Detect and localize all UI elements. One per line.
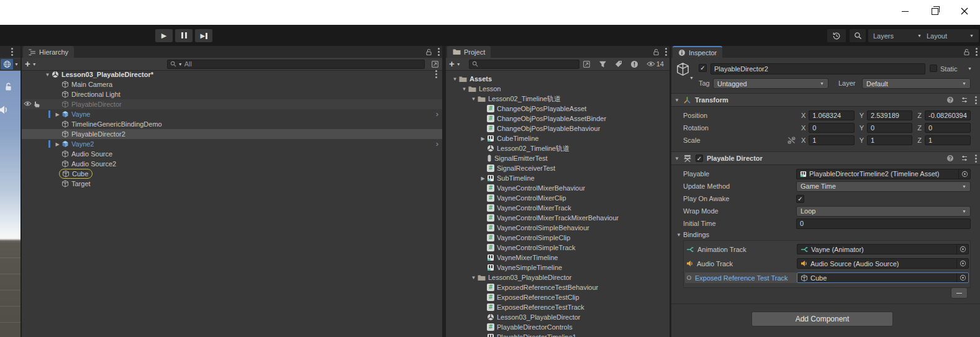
- wrap-mode-dropdown[interactable]: Loop ▼: [796, 206, 971, 217]
- tag-dropdown[interactable]: Untagged ▼: [713, 78, 828, 89]
- presets-icon[interactable]: [961, 155, 968, 162]
- filter-by-type-icon[interactable]: [599, 60, 607, 68]
- project-search-input[interactable]: [469, 60, 579, 69]
- transform-kebab-icon[interactable]: [975, 99, 977, 101]
- project-row-signalemittertest[interactable]: SignalEmitterTest: [446, 153, 669, 163]
- project-row-signalreceivertest[interactable]: #SignalReceiverTest: [446, 163, 669, 173]
- foldout-closed-icon[interactable]: ▶: [479, 176, 487, 181]
- binding-row-audio-track[interactable]: Audio TrackAudio Source (Audio Source): [685, 258, 969, 269]
- transform-header[interactable]: ▼ Transform: [671, 93, 980, 107]
- hierarchy-menu-kebab-icon[interactable]: [438, 51, 440, 53]
- project-row-lesson02-timeline[interactable]: ▼Lesson02_Timeline轨道: [446, 94, 669, 104]
- project-row-changeobjposplayableasset[interactable]: #ChangeObjPosPlayableAsset: [446, 104, 669, 114]
- scene-drawmode-button[interactable]: [1, 59, 13, 70]
- window-close-button[interactable]: [955, 2, 974, 20]
- initial-time-field[interactable]: 0: [796, 218, 971, 229]
- hierarchy-row-lesson03-playabledirector[interactable]: ▼Lesson03_PlayableDirector*: [22, 70, 442, 79]
- project-row-assets[interactable]: ▼Assets: [446, 74, 669, 84]
- project-row-vaynecontrolsimplebehaviour[interactable]: #VayneControlSimpleBehaviour: [446, 223, 669, 233]
- rotation-z-field[interactable]: 0: [925, 123, 971, 133]
- playable-director-kebab-icon[interactable]: [975, 158, 977, 160]
- play-on-awake-checkbox[interactable]: ✓: [796, 195, 804, 203]
- project-create-button[interactable]: + ▼: [449, 60, 461, 68]
- binding-row-exposed-reference-test-track[interactable]: Exposed Reference Test TrackCube: [685, 272, 969, 283]
- open-search-window-icon[interactable]: [431, 60, 439, 68]
- global-search-button[interactable]: [850, 29, 866, 42]
- rotation-x-field[interactable]: 0: [809, 123, 854, 133]
- project-row-vaynecontrolmixertrackmixerbehaviour[interactable]: #VayneControlMixerTrackMixerBehaviour: [446, 213, 669, 223]
- constrain-proportions-icon[interactable]: [786, 137, 796, 144]
- playable-object-field[interactable]: PlayableDirectorTimeline2 (Timeline Asse…: [796, 169, 971, 179]
- project-menu-kebab-icon[interactable]: [665, 51, 667, 53]
- layers-dropdown[interactable]: Layers ▼: [868, 29, 927, 42]
- project-row-exposedreferencetestclip[interactable]: #ExposedReferenceTestClip: [446, 292, 669, 302]
- hierarchy-row-cube[interactable]: Cube: [22, 169, 442, 179]
- hierarchy-row-timelinegenericbindingdemo[interactable]: TimelineGenericBindingDemo: [22, 119, 442, 129]
- project-row-lesson03-playabledirector[interactable]: ▼Lesson03_PlayableDirector: [446, 272, 669, 282]
- gameobject-name-field[interactable]: PlayableDirector2: [710, 63, 925, 74]
- visibility-toggle[interactable]: 14: [647, 61, 664, 67]
- project-row-changeobjposplayablebehaviour[interactable]: #ChangeObjPosPlayableBehaviour: [446, 124, 669, 133]
- presets-icon[interactable]: [961, 96, 968, 104]
- layout-dropdown[interactable]: Layout ▼: [922, 29, 979, 42]
- object-picker-icon[interactable]: [956, 259, 968, 268]
- project-row-playabledirectortimeline1[interactable]: PlayableDirectorTimeline1: [446, 332, 669, 337]
- binding-object-field-audio-source-audio-source[interactable]: Audio Source (Audio Source): [797, 258, 969, 269]
- project-row-lesson[interactable]: ▼Lesson: [446, 84, 669, 94]
- position-z-field[interactable]: -0.08260394: [925, 110, 971, 120]
- update-method-dropdown[interactable]: Game Time ▼: [796, 181, 971, 192]
- hierarchy-row-vayne[interactable]: ▶Vayne›: [22, 109, 442, 119]
- hierarchy-row-audio-source[interactable]: Audio Source: [22, 149, 442, 159]
- prefab-chevron-icon[interactable]: ›: [436, 109, 438, 119]
- window-minimize-button[interactable]: [896, 2, 914, 20]
- binding-object-field-vayne-animator[interactable]: Vayne (Animator): [797, 244, 969, 254]
- lock-icon[interactable]: [653, 48, 660, 56]
- static-checkbox[interactable]: [930, 65, 937, 72]
- position-y-field[interactable]: 2.539189: [867, 110, 912, 120]
- filter-by-label-icon[interactable]: [615, 60, 622, 68]
- add-component-button[interactable]: Add Component: [751, 312, 893, 326]
- foldout-closed-icon[interactable]: ▶: [479, 136, 487, 142]
- play-button[interactable]: ▶: [155, 29, 173, 42]
- project-row-vaynecontrolmixerbehaviour[interactable]: #VayneControlMixerBehaviour: [446, 183, 669, 193]
- playable-director-enabled-checkbox[interactable]: ✓: [696, 155, 703, 162]
- object-picker-icon[interactable]: [958, 169, 970, 179]
- undo-history-button[interactable]: [827, 29, 846, 42]
- static-dropdown-caret[interactable]: ▼: [968, 66, 972, 71]
- prefab-chevron-icon[interactable]: ›: [436, 139, 438, 149]
- hierarchy-row-audio-source2[interactable]: Audio Source2: [22, 159, 442, 169]
- project-row-exposedreferencetesttrack[interactable]: #ExposedReferenceTestTrack: [446, 302, 669, 312]
- foldout-open-icon[interactable]: ▼: [460, 86, 468, 92]
- scene-menu-kebab-icon[interactable]: [11, 51, 13, 53]
- project-row-subtimeline[interactable]: ▶SubTimeline: [446, 173, 669, 183]
- binding-object-field-cube[interactable]: Cube: [797, 272, 969, 283]
- hierarchy-row-target[interactable]: Target: [22, 179, 442, 189]
- scene-visibility-eye-icon[interactable]: [24, 101, 32, 108]
- window-restore-button[interactable]: [925, 2, 944, 20]
- pause-button[interactable]: [175, 29, 193, 42]
- scene-drawmode-caret[interactable]: ▼: [13, 59, 20, 70]
- project-row-vaynesimpletimeline[interactable]: VayneSimpleTimeline: [446, 263, 669, 272]
- hierarchy-row-vayne2[interactable]: ▶Vayne2›: [22, 139, 442, 149]
- project-row-vaynemixertimeline[interactable]: VayneMixerTimeline: [446, 253, 669, 263]
- foldout-open-icon[interactable]: ▼: [451, 76, 459, 82]
- rotation-y-field[interactable]: 0: [867, 123, 912, 133]
- hierarchy-row-directional-light[interactable]: Directional Light: [22, 89, 442, 99]
- gameobject-active-checkbox[interactable]: ✓: [699, 64, 707, 72]
- hierarchy-row-playabledirector[interactable]: PlayableDirector: [22, 99, 442, 109]
- inspector-tab[interactable]: Inspector: [673, 46, 722, 58]
- foldout-open-icon[interactable]: ▼: [470, 275, 478, 281]
- step-button[interactable]: ▶: [195, 29, 212, 42]
- foldout-open-icon[interactable]: ▼: [674, 97, 679, 103]
- object-picker-icon[interactable]: [956, 245, 968, 254]
- inspector-menu-kebab-icon[interactable]: [976, 51, 978, 53]
- gameobject-icon[interactable]: ▼: [676, 62, 690, 78]
- project-row-lesson03-playabledirector[interactable]: Lesson03_PlayableDirector: [446, 312, 669, 322]
- scale-z-field[interactable]: 1: [925, 135, 971, 145]
- foldout-open-icon[interactable]: ▼: [674, 156, 679, 161]
- project-row-vaynecontrolmixerclip[interactable]: #VayneControlMixerClip: [446, 193, 669, 203]
- project-row-vaynecontrolsimpleclip[interactable]: #VayneControlSimpleClip: [446, 233, 669, 243]
- scale-y-field[interactable]: 1: [867, 135, 912, 145]
- object-picker-icon[interactable]: [956, 273, 968, 282]
- foldout-open-icon[interactable]: ▼: [470, 96, 478, 102]
